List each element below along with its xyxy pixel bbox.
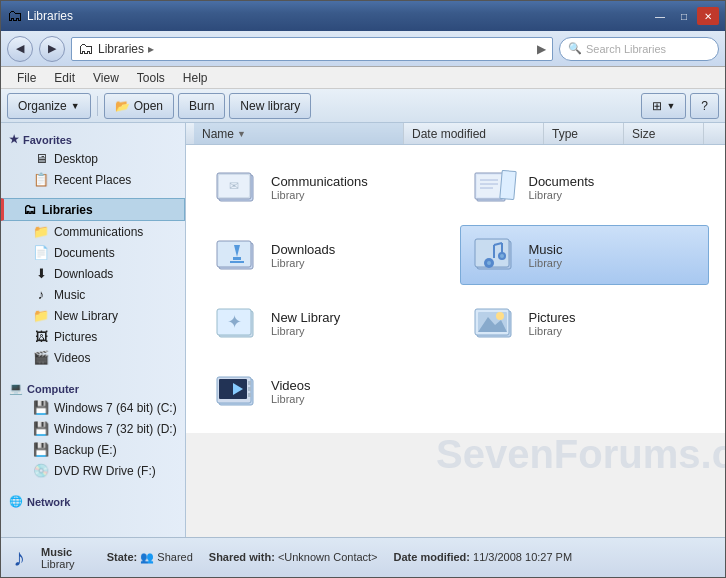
sidebar-item-libraries[interactable]: 🗂 Libraries: [1, 198, 185, 221]
status-item-name: Music: [41, 546, 72, 558]
status-shared: Shared with: <Unknown Contact>: [209, 551, 378, 564]
address-icon: 🗂: [78, 40, 94, 58]
sidebar-item-communications[interactable]: 📁 Communications: [1, 221, 185, 242]
col-name-label: Name: [202, 127, 234, 141]
status-shared-label: Shared with:: [209, 551, 275, 563]
col-name[interactable]: Name ▼: [194, 123, 404, 144]
libraries-icon: 🗂: [21, 202, 37, 217]
videos-lib-icon: [213, 370, 261, 412]
help-button[interactable]: ?: [690, 93, 719, 119]
doc-icon: 📄: [33, 245, 49, 260]
network-header[interactable]: 🌐 Network: [1, 489, 185, 510]
downloads-lib-type: Library: [271, 257, 441, 269]
menu-help[interactable]: Help: [175, 69, 216, 87]
communications-lib-type: Library: [271, 189, 441, 201]
open-icon: 📂: [115, 99, 130, 113]
sidebar-e-label: Backup (E:): [54, 443, 117, 457]
address-refresh[interactable]: ▶: [537, 42, 546, 56]
help-icon: ?: [701, 99, 708, 113]
title-bar: 🗂 Libraries — □ ✕: [1, 1, 725, 31]
documents-lib-name: Documents: [529, 174, 699, 189]
view-icon: ⊞: [652, 99, 662, 113]
menu-file[interactable]: File: [9, 69, 44, 87]
svg-point-33: [496, 312, 504, 320]
pictures-lib-type: Library: [529, 325, 699, 337]
list-item[interactable]: Pictures Library: [460, 293, 710, 353]
sidebar-item-videos[interactable]: 🎬 Videos: [1, 347, 185, 368]
menu-view[interactable]: View: [85, 69, 127, 87]
svg-text:✉: ✉: [229, 179, 239, 193]
svg-point-20: [487, 261, 491, 265]
computer-header[interactable]: 💻 Computer: [1, 376, 185, 397]
list-item[interactable]: ✉ Communications Library: [202, 157, 452, 217]
status-extra: State: 👥 Shared Shared with: <Unknown Co…: [107, 551, 572, 564]
col-size-label: Size: [632, 127, 655, 141]
sidebar-item-newlibrary[interactable]: 📁 New Library: [1, 305, 185, 326]
pictures-icon: 🖼: [33, 329, 49, 344]
sidebar-d-label: Windows 7 (32 bit) (D:): [54, 422, 177, 436]
drive-e-icon: 💾: [33, 442, 49, 457]
open-label: Open: [134, 99, 163, 113]
sidebar-item-d[interactable]: 💾 Windows 7 (32 bit) (D:): [1, 418, 185, 439]
svg-rect-39: [248, 387, 251, 391]
sidebar-item-music[interactable]: ♪ Music: [1, 284, 185, 305]
list-item[interactable]: Downloads Library: [202, 225, 452, 285]
computer-section: 💻 Computer 💾 Windows 7 (64 bit) (C:) 💾 W…: [1, 372, 185, 485]
sidebar-videos-label: Videos: [54, 351, 90, 365]
close-button[interactable]: ✕: [697, 7, 719, 25]
sidebar-f-label: DVD RW Drive (F:): [54, 464, 156, 478]
svg-rect-15: [233, 257, 241, 260]
music-lib-type: Library: [529, 257, 699, 269]
search-box[interactable]: 🔍 Search Libraries: [559, 37, 719, 61]
sidebar-item-e[interactable]: 💾 Backup (E:): [1, 439, 185, 460]
pictures-lib-name: Pictures: [529, 310, 699, 325]
watermark: SevenForums.com: [436, 432, 725, 477]
menu-tools[interactable]: Tools: [129, 69, 173, 87]
forward-button[interactable]: ▶: [39, 36, 65, 62]
sidebar-item-c[interactable]: 💾 Windows 7 (64 bit) (C:): [1, 397, 185, 418]
list-item[interactable]: Music Library: [460, 225, 710, 285]
search-icon: 🔍: [568, 42, 582, 55]
sidebar-item-desktop[interactable]: 🖥 Desktop: [1, 148, 185, 169]
col-size[interactable]: Size: [624, 123, 704, 144]
sidebar-c-label: Windows 7 (64 bit) (C:): [54, 401, 177, 415]
favorites-header[interactable]: ★ Favorites: [1, 127, 185, 148]
menu-edit[interactable]: Edit: [46, 69, 83, 87]
favorites-section: ★ Favorites 🖥 Desktop 📋 Recent Places: [1, 123, 185, 194]
view-button[interactable]: ⊞ ▼: [641, 93, 686, 119]
computer-label: Computer: [27, 383, 79, 395]
title-bar-icon: 🗂: [7, 7, 23, 25]
list-item[interactable]: Videos Library: [202, 361, 452, 421]
col-date[interactable]: Date modified: [404, 123, 544, 144]
sidebar-pictures-label: Pictures: [54, 330, 97, 344]
col-type[interactable]: Type: [544, 123, 624, 144]
column-headers: Name ▼ Date modified Type Size: [186, 123, 725, 145]
search-placeholder: Search Libraries: [586, 43, 666, 55]
sidebar-item-downloads[interactable]: ⬇ Downloads: [1, 263, 185, 284]
communications-lib-icon: ✉: [213, 166, 261, 208]
list-item[interactable]: ✦ New Library Library: [202, 293, 452, 353]
svg-text:✦: ✦: [227, 312, 242, 332]
downloads-lib-icon: [213, 234, 261, 276]
minimize-button[interactable]: —: [649, 7, 671, 25]
burn-button[interactable]: Burn: [178, 93, 225, 119]
maximize-button[interactable]: □: [673, 7, 695, 25]
status-date: Date modified: 11/3/2008 10:27 PM: [394, 551, 573, 564]
svg-point-25: [500, 254, 504, 258]
status-state-value: Shared: [157, 551, 192, 563]
back-button[interactable]: ◀: [7, 36, 33, 62]
sidebar-item-pictures[interactable]: 🖼 Pictures: [1, 326, 185, 347]
computer-icon: 💻: [9, 382, 23, 395]
address-bar[interactable]: 🗂 Libraries ▸ ▶: [71, 37, 553, 61]
newlibrary-lib-name: New Library: [271, 310, 441, 325]
sidebar-item-recent[interactable]: 📋 Recent Places: [1, 169, 185, 190]
recent-icon: 📋: [33, 172, 49, 187]
svg-rect-16: [230, 261, 244, 263]
list-item[interactable]: Documents Library: [460, 157, 710, 217]
sidebar-item-f[interactable]: 💿 DVD RW Drive (F:): [1, 460, 185, 481]
sidebar-item-documents[interactable]: 📄 Documents: [1, 242, 185, 263]
title-bar-left: 🗂 Libraries: [7, 7, 649, 25]
organize-button[interactable]: Organize ▼: [7, 93, 91, 119]
open-button[interactable]: 📂 Open: [104, 93, 174, 119]
new-library-button[interactable]: New library: [229, 93, 311, 119]
